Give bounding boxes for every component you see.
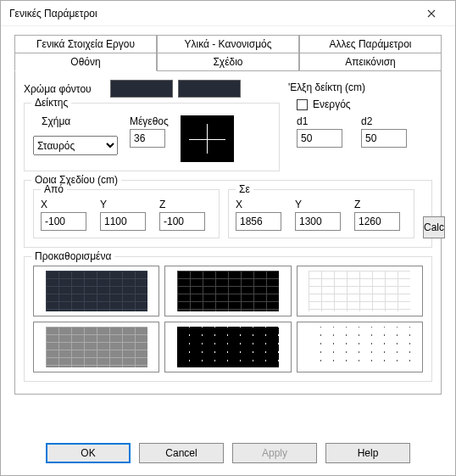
to-x-input[interactable] bbox=[236, 212, 281, 231]
presets-group: Προκαθορισμένα bbox=[24, 256, 432, 382]
preset-5[interactable] bbox=[164, 322, 291, 372]
snap-group-label: 'Ελξη δείκτη (cm) bbox=[288, 81, 365, 93]
dialog-window: Γενικές Παράμετροι Γενικά Στοιχεία Εργου… bbox=[0, 0, 456, 476]
window-title: Γενικές Παράμετροι bbox=[9, 8, 414, 20]
snap-group: 'Ελξη δείκτη (cm) Ενεργός d1 d2 bbox=[288, 80, 432, 148]
preset-3[interactable] bbox=[297, 266, 423, 316]
tab-other[interactable]: Αλλες Παράμετροι bbox=[299, 35, 442, 53]
bgcolor-label: Χρώμα φόντου bbox=[24, 83, 92, 95]
tab-display[interactable]: Απεικόνιση bbox=[299, 53, 442, 71]
from-z-label: Z bbox=[159, 199, 205, 210]
tab-panel-screen: Χρώμα φόντου Δείκτης Σχήμα Στα bbox=[14, 71, 442, 395]
preset-2[interactable] bbox=[164, 266, 291, 316]
dialog-button-row: OK Cancel Apply Help bbox=[1, 434, 455, 475]
bgcolor-swatch-1[interactable] bbox=[110, 80, 173, 98]
help-button[interactable]: Help bbox=[325, 443, 410, 463]
presets-group-label: Προκαθορισμένα bbox=[31, 250, 114, 262]
to-z-label: Z bbox=[354, 199, 400, 210]
tab-general[interactable]: Γενικά Στοιχεία Εργου bbox=[14, 35, 157, 53]
bgcolor-swatch-2[interactable] bbox=[178, 80, 241, 98]
shape-label: Σχήμα bbox=[42, 115, 118, 127]
from-x-input[interactable] bbox=[41, 212, 86, 231]
size-input[interactable] bbox=[130, 129, 165, 148]
tabs-row-1: Γενικά Στοιχεία Εργου Υλικά - Κανονισμός… bbox=[14, 35, 442, 53]
to-z-input[interactable] bbox=[354, 212, 400, 231]
tabs-row-2: Οθόνη Σχέδιο Απεικόνιση bbox=[14, 53, 442, 71]
apply-button: Apply bbox=[232, 443, 317, 463]
from-group: Από X Y Z bbox=[33, 189, 220, 238]
to-x-label: X bbox=[236, 199, 281, 210]
tab-screen[interactable]: Οθόνη bbox=[14, 53, 157, 71]
dialog-content: Γενικά Στοιχεία Εργου Υλικά - Κανονισμός… bbox=[1, 26, 455, 434]
tab-drawing[interactable]: Σχέδιο bbox=[157, 53, 299, 71]
shape-select[interactable]: Σταυρός bbox=[33, 136, 118, 155]
d2-label: d2 bbox=[361, 115, 407, 127]
to-group: Σε X Y Z bbox=[228, 189, 414, 238]
pointer-group: Δείκτης Σχήμα Σταυρός Μέγεθος bbox=[24, 103, 280, 171]
titlebar: Γενικές Παράμετροι bbox=[1, 1, 455, 26]
to-y-input[interactable] bbox=[295, 212, 341, 231]
from-x-label: X bbox=[41, 199, 86, 210]
size-label: Μέγεθος bbox=[130, 115, 169, 127]
d1-input[interactable] bbox=[297, 129, 342, 148]
preset-6[interactable] bbox=[297, 322, 423, 372]
snap-active-checkbox[interactable] bbox=[297, 99, 308, 110]
cancel-button[interactable]: Cancel bbox=[139, 443, 224, 463]
from-y-input[interactable] bbox=[100, 212, 146, 231]
to-y-label: Y bbox=[295, 199, 341, 210]
tab-materials[interactable]: Υλικά - Κανονισμός bbox=[157, 35, 299, 53]
bounds-group: Ορια Σχεδίου (cm) Από X Y bbox=[24, 180, 432, 248]
from-y-label: Y bbox=[100, 199, 146, 210]
close-icon[interactable] bbox=[414, 2, 448, 25]
to-label: Σε bbox=[236, 183, 253, 195]
d2-input[interactable] bbox=[361, 129, 407, 148]
preset-1[interactable] bbox=[33, 266, 159, 316]
pointer-group-label: Δείκτης bbox=[31, 97, 71, 109]
ok-button[interactable]: OK bbox=[46, 443, 131, 463]
d1-label: d1 bbox=[297, 115, 342, 127]
cursor-preview bbox=[181, 115, 234, 162]
from-z-input[interactable] bbox=[159, 212, 205, 231]
snap-active-label: Ενεργός bbox=[313, 98, 351, 110]
preset-4[interactable] bbox=[33, 322, 159, 372]
from-label: Από bbox=[41, 183, 67, 195]
calc-button[interactable]: Calc bbox=[423, 216, 445, 238]
